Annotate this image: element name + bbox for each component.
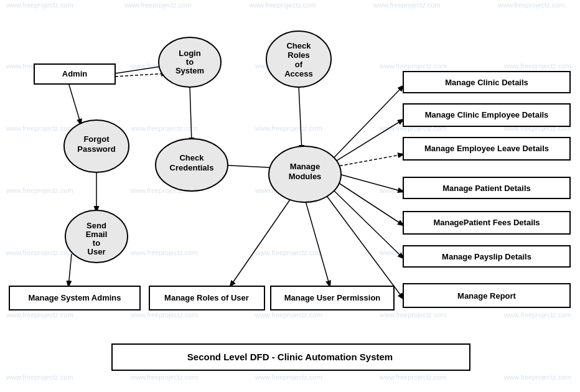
svg-text:www.freeprojectz.com: www.freeprojectz.com	[497, 1, 565, 9]
svg-text:www.freeprojectz.com: www.freeprojectz.com	[255, 249, 322, 256]
svg-text:www.freeprojectz.com: www.freeprojectz.com	[248, 1, 316, 9]
svg-line-47	[330, 187, 403, 258]
svg-text:www.freeprojectz.com: www.freeprojectz.com	[6, 124, 73, 132]
manage-report-label: Manage Report	[457, 291, 517, 301]
svg-line-50	[305, 199, 330, 286]
manage-patient-label: Manage Patient Details	[442, 184, 531, 193]
svg-line-45	[335, 173, 403, 192]
svg-text:www.freeprojectz.com: www.freeprojectz.com	[6, 373, 73, 381]
svg-text:to: to	[186, 57, 194, 67]
svg-text:www.freeprojectz.com: www.freeprojectz.com	[6, 311, 73, 319]
svg-text:www.freeprojectz.com: www.freeprojectz.com	[503, 311, 571, 319]
footer-title: Second Level DFD - Clinic Automation Sys…	[187, 352, 393, 362]
svg-text:System: System	[175, 66, 204, 75]
svg-text:Password: Password	[77, 144, 115, 154]
manage-clinic-employee-label: Manage Clinic Employee Details	[425, 110, 549, 119]
svg-text:Email: Email	[86, 230, 108, 239]
svg-text:www.freeprojectz.com: www.freeprojectz.com	[373, 1, 441, 9]
manage-system-admins-label: Manage System Admins	[28, 293, 121, 302]
svg-line-37	[190, 86, 192, 143]
svg-line-51	[68, 254, 72, 286]
svg-text:www.freeprojectz.com: www.freeprojectz.com	[6, 187, 73, 194]
svg-text:Access: Access	[284, 69, 313, 78]
admin-label: Admin	[62, 69, 88, 78]
svg-text:to: to	[93, 238, 100, 248]
svg-line-38	[68, 83, 81, 124]
svg-text:www.freeprojectz.com: www.freeprojectz.com	[130, 373, 198, 381]
forgot-password-label: Forgot	[83, 134, 110, 144]
manage-clinic-details-label: Manage Clinic Details	[445, 78, 528, 87]
svg-text:Modules: Modules	[289, 172, 322, 181]
svg-text:www.freeprojectz.com: www.freeprojectz.com	[503, 373, 571, 381]
svg-text:www.freeprojectz.com: www.freeprojectz.com	[255, 124, 322, 132]
svg-text:www.freeprojectz.com: www.freeprojectz.com	[379, 311, 447, 319]
svg-text:www.freeprojectz.com: www.freeprojectz.com	[255, 373, 322, 381]
svg-text:www.freeprojectz.com: www.freeprojectz.com	[503, 62, 571, 70]
login-label: Login	[179, 49, 200, 58]
svg-line-36	[115, 73, 167, 77]
manage-patient-fees-label: ManagePatient Fees Details	[433, 218, 540, 227]
svg-line-49	[230, 198, 291, 286]
svg-text:www.freeprojectz.com: www.freeprojectz.com	[130, 124, 198, 132]
manage-roles-label: Manage Roles of User	[164, 293, 249, 302]
svg-text:www.freeprojectz.com: www.freeprojectz.com	[130, 311, 198, 319]
svg-text:www.freeprojectz.com: www.freeprojectz.com	[124, 1, 192, 9]
svg-line-43	[335, 119, 403, 162]
svg-line-42	[333, 86, 403, 159]
svg-text:User: User	[88, 247, 106, 256]
svg-text:www.freeprojectz.com: www.freeprojectz.com	[130, 249, 198, 256]
check-roles-label: Check	[286, 41, 311, 50]
svg-text:of: of	[295, 60, 303, 69]
manage-modules-label: Manage	[290, 162, 320, 171]
send-email-label: Send	[87, 221, 106, 230]
svg-text:www.freeprojectz.com: www.freeprojectz.com	[379, 62, 447, 70]
check-credentials-label: Check	[179, 153, 204, 162]
svg-text:www.freeprojectz.com: www.freeprojectz.com	[6, 1, 73, 9]
manage-payslip-label: Manage Payslip Details	[442, 252, 531, 261]
svg-line-41	[299, 86, 302, 151]
svg-text:Roles: Roles	[288, 50, 309, 60]
svg-line-44	[335, 154, 403, 167]
manage-user-permission-label: Manage User Permission	[284, 293, 381, 302]
svg-text:www.freeprojectz.com: www.freeprojectz.com	[6, 249, 73, 256]
diagram-container: www.freeprojectz.com www.freeprojectz.co…	[0, 0, 580, 392]
manage-employee-leave-label: Manage Employee Leave Details	[424, 144, 549, 153]
svg-text:www.freeprojectz.com: www.freeprojectz.com	[379, 373, 447, 381]
svg-text:Credentials: Credentials	[170, 163, 214, 172]
svg-text:www.freeprojectz.com: www.freeprojectz.com	[255, 311, 322, 319]
